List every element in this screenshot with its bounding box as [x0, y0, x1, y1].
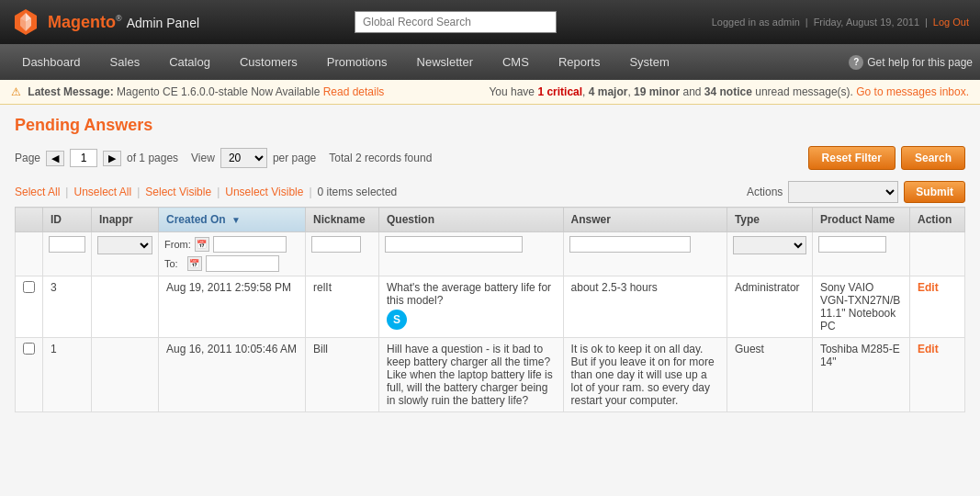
row1-question: What's the average battery life for this… — [379, 276, 564, 338]
page-title: Pending Answers — [15, 116, 965, 135]
per-page-select[interactable]: 20 50 100 — [220, 148, 267, 168]
skype-icon: S — [387, 310, 407, 330]
logged-in-label: Logged in as admin — [712, 17, 800, 28]
nav-item-sales[interactable]: Sales — [96, 44, 155, 80]
read-details-link[interactable]: Read details — [323, 85, 385, 98]
filter-nickname-input[interactable] — [311, 236, 361, 253]
table-body: 3 Aug 19, 2011 2:59:58 PM relIt What's t… — [16, 276, 965, 412]
total-records: Total 2 records found — [329, 152, 432, 164]
page-number-input[interactable] — [70, 149, 97, 167]
filter-product-name-input[interactable] — [818, 236, 886, 253]
unselect-visible-link[interactable]: Unselect Visible — [225, 186, 303, 198]
header-right: Logged in as admin | Friday, August 19, … — [712, 17, 969, 28]
date-to-input[interactable] — [206, 255, 279, 272]
row1-created-on: Aug 19, 2011 2:59:58 PM — [159, 276, 306, 338]
nav-item-newsletter[interactable]: Newsletter — [402, 44, 488, 80]
th-product-name[interactable]: Product Name — [812, 208, 909, 232]
table-row: 3 Aug 19, 2011 2:59:58 PM relIt What's t… — [16, 276, 965, 338]
reset-filter-button[interactable]: Reset Filter — [808, 146, 896, 170]
from-label: From: — [164, 239, 191, 250]
toolbar-right: Reset Filter Search — [808, 146, 965, 170]
search-button[interactable]: Search — [901, 146, 965, 170]
th-question[interactable]: Question — [379, 208, 564, 232]
critical-count: 1 critical — [537, 85, 582, 98]
row1-edit-link[interactable]: Edit — [918, 281, 939, 294]
logo-area: Magento® Admin Panel — [11, 7, 199, 37]
table-header-row: ID Inappr Created On ▼ Nickname Question… — [16, 208, 965, 232]
minor-count: 19 minor — [634, 85, 680, 98]
nav-item-cms[interactable]: CMS — [488, 44, 544, 80]
nav: Dashboard Sales Catalog Customers Promot… — [0, 44, 980, 80]
row2-created-on: Aug 16, 2011 10:05:46 AM — [159, 338, 306, 412]
global-search-input[interactable] — [355, 11, 557, 33]
filter-nickname — [306, 232, 379, 276]
view-label: View — [191, 152, 215, 164]
row2-id: 1 — [43, 338, 92, 412]
page-prev-button[interactable]: ◀ — [46, 151, 64, 166]
help-icon: ? — [849, 55, 863, 70]
row2-edit-link[interactable]: Edit — [918, 343, 939, 355]
nav-item-dashboard[interactable]: Dashboard — [7, 44, 96, 80]
go-to-inbox-link[interactable]: Go to messages inbox. — [856, 85, 969, 98]
th-created-on[interactable]: Created On ▼ — [159, 208, 306, 232]
th-inappr[interactable]: Inappr — [92, 208, 159, 232]
nav-help: ? Get help for this page — [849, 55, 973, 70]
nav-right: ? Get help for this page — [849, 44, 973, 80]
nav-left: Dashboard Sales Catalog Customers Promot… — [7, 44, 684, 80]
nav-item-system[interactable]: System — [614, 44, 683, 80]
nav-item-reports[interactable]: Reports — [544, 44, 615, 80]
filter-answer-input[interactable] — [569, 236, 691, 253]
per-page-label: per page — [273, 152, 316, 164]
nav-item-customers[interactable]: Customers — [225, 44, 312, 80]
calendar-from-icon[interactable]: 📅 — [195, 237, 209, 252]
filter-id — [43, 232, 92, 276]
page-label: Page — [15, 152, 40, 164]
of-pages-label: of 1 pages — [127, 152, 178, 164]
row2-checkbox[interactable] — [23, 343, 35, 355]
latest-message-text: Magento CE 1.6.0.0-stable Now Available — [117, 85, 320, 98]
calendar-to-icon[interactable]: 📅 — [187, 256, 202, 271]
notice-bar: ⚠ Latest Message: Magento CE 1.6.0.0-sta… — [0, 80, 980, 105]
page-next-button[interactable]: ▶ — [103, 151, 121, 166]
unselect-all-link[interactable]: Unselect All — [73, 186, 131, 198]
filter-answer — [563, 232, 727, 276]
to-label: To: — [164, 258, 184, 269]
filter-type-select[interactable]: Administrator Guest — [733, 236, 806, 254]
row1-checkbox-cell — [16, 276, 43, 338]
filter-product-name — [812, 232, 909, 276]
th-answer[interactable]: Answer — [563, 208, 727, 232]
row1-type: Administrator — [727, 276, 812, 338]
nav-item-promotions[interactable]: Promotions — [312, 44, 402, 80]
filter-checkbox-cell — [16, 232, 43, 276]
row1-checkbox[interactable] — [23, 281, 35, 293]
header-center — [199, 11, 712, 33]
row2-type: Guest — [727, 338, 812, 412]
row2-action: Edit — [910, 338, 965, 412]
row1-inappr — [92, 276, 159, 338]
filter-id-input[interactable] — [49, 236, 85, 253]
unread-suffix: unread message(s). — [755, 85, 853, 98]
filter-question — [379, 232, 564, 276]
select-visible-link[interactable]: Select Visible — [145, 186, 211, 198]
row2-inappr — [92, 338, 159, 412]
th-checkbox — [16, 208, 43, 232]
date-filter-to: To: 📅 — [164, 255, 299, 272]
th-nickname[interactable]: Nickname — [306, 208, 379, 232]
filter-question-input[interactable] — [385, 236, 523, 253]
action-bar-left: Select All | Unselect All | Select Visib… — [15, 186, 397, 198]
header: Magento® Admin Panel Logged in as admin … — [0, 0, 980, 44]
row2-nickname: Bill — [306, 338, 379, 412]
th-type[interactable]: Type — [727, 208, 812, 232]
select-all-link[interactable]: Select All — [15, 186, 60, 198]
submit-button[interactable]: Submit — [904, 181, 965, 203]
actions-select[interactable] — [788, 181, 898, 203]
nav-item-catalog[interactable]: Catalog — [154, 44, 225, 80]
notice-left: ⚠ Latest Message: Magento CE 1.6.0.0-sta… — [11, 85, 384, 98]
unread-prefix: You have — [489, 85, 537, 98]
date-from-input[interactable] — [213, 236, 287, 253]
logout-link[interactable]: Log Out — [933, 17, 969, 28]
header-date: Friday, August 19, 2011 — [814, 17, 919, 28]
filter-inappr-select[interactable]: Any Yes No — [97, 236, 152, 254]
main: Pending Answers Page ◀ ▶ of 1 pages View… — [0, 105, 980, 423]
th-id[interactable]: ID — [43, 208, 92, 232]
